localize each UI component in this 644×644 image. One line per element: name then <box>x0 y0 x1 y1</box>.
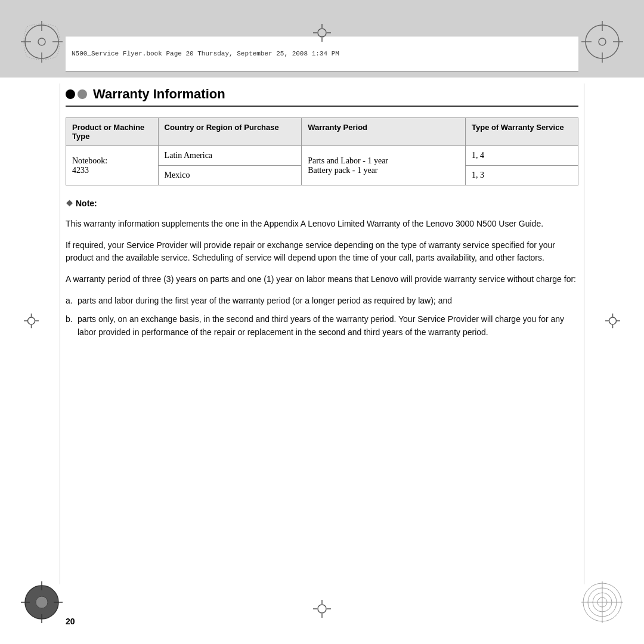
corner-mark-tl <box>18 18 66 66</box>
service-cell-2: 1, 3 <box>466 166 578 185</box>
list-text-b: parts only, on an exchange basis, in the… <box>78 314 564 337</box>
list-text-a: parts and labor during the first year of… <box>78 296 452 305</box>
warranty-text: Parts and Labor - 1 yearBattery pack - 1… <box>308 156 388 175</box>
svg-point-39 <box>318 605 326 613</box>
section-title: Warranty Information <box>93 86 225 102</box>
crosshair-mid-right <box>605 314 620 331</box>
side-line-left <box>60 83 60 584</box>
warranty-table: Product or Machine Type Country or Regio… <box>66 117 578 185</box>
list-item-b: b. parts only, on an exchange basis, in … <box>66 313 578 339</box>
note-diamond-icon: ❖ <box>66 199 73 208</box>
svg-point-7 <box>599 38 606 45</box>
crosshair-bottom-center <box>313 600 331 620</box>
black-circle-icon <box>66 89 75 99</box>
product-cell: Notebook:4233 <box>66 146 159 185</box>
crosshair-mid-left <box>24 314 39 331</box>
svg-point-1 <box>38 38 45 45</box>
table-header-col1: Product or Machine Type <box>66 118 159 146</box>
list-label-a: a. <box>66 295 73 308</box>
service-type-2: 1, 3 <box>472 171 484 179</box>
table-header-col4: Type of Warranty Service <box>466 118 578 146</box>
service-type-1: 1, 4 <box>472 151 484 160</box>
list-item-a: a. parts and labor during the first year… <box>66 295 578 308</box>
list-label-b: b. <box>66 313 73 326</box>
paragraph-2: If required, your Service Provider will … <box>66 239 578 265</box>
paragraph-1: This warranty information supplements th… <box>66 218 578 231</box>
region-latin-america: Latin America <box>165 151 212 160</box>
page-number: 20 <box>66 617 75 626</box>
crosshair-top-center <box>313 24 331 44</box>
title-icons <box>66 89 87 99</box>
region-mexico: Mexico <box>165 171 190 179</box>
main-content: Warranty Information Product or Machine … <box>66 86 578 578</box>
note-title: ❖ Note: <box>66 199 578 208</box>
side-line-right <box>584 83 584 584</box>
svg-point-24 <box>318 29 326 37</box>
svg-point-29 <box>28 317 35 324</box>
table-row: Notebook:4233 Latin America Parts and La… <box>66 146 578 166</box>
note-section: ❖ Note: <box>66 199 578 208</box>
warranty-cell: Parts and Labor - 1 yearBattery pack - 1… <box>302 146 466 185</box>
note-label: Note: <box>76 199 97 208</box>
corner-mark-br <box>578 578 626 626</box>
section-title-row: Warranty Information <box>66 86 578 107</box>
corner-mark-tr <box>578 18 626 66</box>
table-header-col3: Warranty Period <box>302 118 466 146</box>
table-header-col2: Country or Region of Purchase <box>158 118 302 146</box>
svg-point-13 <box>36 596 48 608</box>
file-info-text: N500_Service Flyer.book Page 20 Thursday… <box>72 50 339 57</box>
gray-circle-icon <box>78 89 87 99</box>
service-cell-1: 1, 4 <box>466 146 578 166</box>
corner-mark-bl <box>18 578 66 626</box>
region-cell-2: Mexico <box>158 166 302 185</box>
product-name: Notebook:4233 <box>72 156 107 175</box>
paragraph-3: A warranty period of three (3) years on … <box>66 273 578 286</box>
svg-point-34 <box>609 317 617 324</box>
region-cell-1: Latin America <box>158 146 302 166</box>
